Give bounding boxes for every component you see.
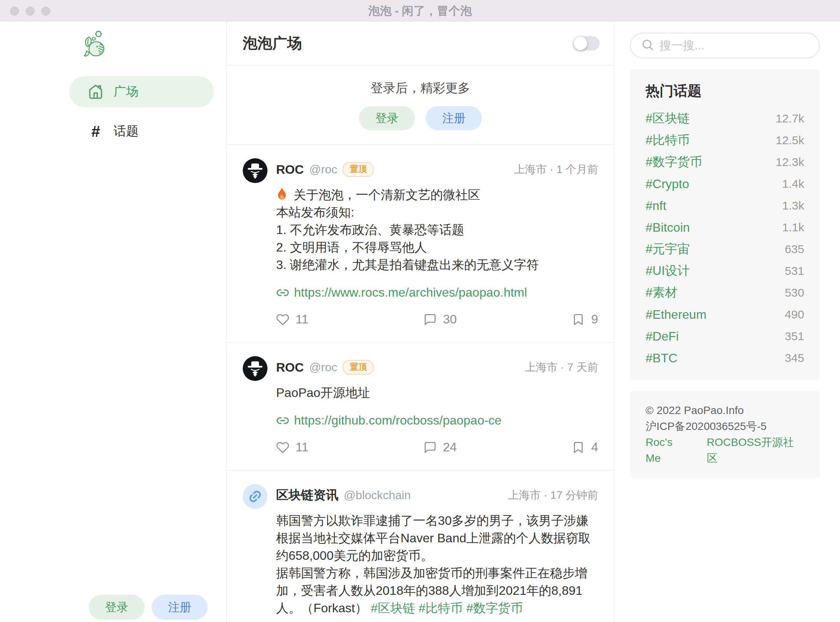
post-stats: 11244: [276, 440, 598, 470]
hashtag-link[interactable]: #区块链: [371, 601, 415, 615]
post-header: ROC@roc置顶上海市 · 7 天前: [276, 356, 598, 379]
footer-link[interactable]: ROCBOSS开源社区: [707, 434, 804, 466]
topic-row: #区块链12.7k: [646, 108, 804, 129]
post: ROC@roc置顶上海市 · 7 天前PaoPao开源地址https://git…: [227, 343, 614, 471]
pinned-badge: 置顶: [343, 162, 374, 176]
post-body: PaoPao开源地址: [276, 384, 598, 402]
link-icon: [276, 414, 289, 427]
topic-row: #元宇宙635: [646, 238, 804, 260]
topic-tag-link[interactable]: #比特币: [646, 132, 690, 149]
topic-tag-link[interactable]: #DeFi: [646, 329, 679, 344]
bookmark-icon: [572, 441, 585, 454]
topic-count: 351: [785, 330, 804, 343]
heart-icon: [276, 313, 289, 326]
comment-icon: [424, 441, 437, 454]
comment-button[interactable]: 24: [424, 440, 457, 454]
post-text: 关于泡泡，一个清新文艺的微社区: [290, 188, 480, 202]
sidebar-item-plaza[interactable]: 广场: [69, 76, 214, 107]
post-external-link[interactable]: https://github.com/rocboss/paopao-ce: [276, 413, 598, 428]
post-author-name[interactable]: 区块链资讯: [276, 487, 338, 504]
post-body: 韩国警方以欺诈罪逮捕了一名30多岁的男子，该男子涉嫌根据当地社交媒体平台Nave…: [276, 512, 598, 617]
topic-tag-link[interactable]: #数字货币: [646, 154, 702, 171]
right-sidebar: 热门话题 #区块链12.7k#比特币12.5k#数字货币12.3k#Crypto…: [614, 22, 840, 622]
topic-tag-link[interactable]: #元宇宙: [646, 241, 690, 258]
sidebar-item-topics[interactable]: # 话题: [69, 116, 214, 147]
post-link-url[interactable]: https://github.com/rocboss/paopao-ce: [294, 413, 502, 428]
post-text: [415, 601, 418, 615]
site-footer: © 2022 PaoPao.Info 沪ICP备2020036525号-5 Ro…: [630, 391, 820, 478]
minimize-window-button[interactable]: [26, 7, 35, 16]
feed-header: 泡泡广场: [227, 22, 614, 66]
icp-number: 沪ICP备2020036525号-5: [646, 418, 804, 434]
search-input[interactable]: [660, 39, 810, 52]
post-meta: 上海市 · 7 天前: [525, 360, 598, 375]
post-text: 韩国警方以欺诈罪逮捕了一名30多岁的男子，该男子涉嫌根据当地社交媒体平台Nave…: [276, 514, 591, 563]
footer-link[interactable]: Roc's Me: [646, 434, 690, 466]
topic-row: #Bitcoin1.1k: [646, 217, 804, 238]
post-author-handle[interactable]: @roc: [309, 163, 337, 176]
paopao-logo whale-logo-icon[interactable]: [81, 30, 109, 59]
link-icon: [276, 286, 289, 299]
login-cta-buttons: 登录 注册: [227, 106, 614, 130]
theme-toggle[interactable]: [573, 36, 600, 51]
topic-tag-link[interactable]: #区块链: [646, 110, 690, 127]
post-stats: 11309: [276, 312, 598, 342]
close-window-button[interactable]: [10, 7, 19, 16]
home-icon: [88, 84, 103, 100]
post-external-link[interactable]: https://www.rocs.me/archives/paopao.html: [276, 285, 598, 300]
roc-avatar[interactable]: [243, 158, 268, 183]
post-header: 区块链资讯@blockchain上海市 · 17 分钟前: [276, 484, 598, 507]
zoom-window-button[interactable]: [41, 7, 50, 16]
topic-count: 12.5k: [776, 134, 804, 147]
post-link-url[interactable]: https://www.rocs.me/archives/paopao.html: [294, 285, 527, 300]
blockchain-avatar[interactable]: [243, 484, 268, 509]
post: ROC@roc置顶上海市 · 1 个月前 关于泡泡，一个清新文艺的微社区本站发布…: [227, 145, 614, 343]
post-meta: 上海市 · 17 分钟前: [508, 488, 598, 503]
post-main: 区块链资讯@blockchain上海市 · 17 分钟前韩国警方以欺诈罪逮捕了一…: [276, 484, 598, 622]
register-button[interactable]: 注册: [152, 595, 208, 620]
traffic-lights: [10, 0, 50, 22]
like-button[interactable]: 11: [276, 440, 308, 454]
post: 区块链资讯@blockchain上海市 · 17 分钟前韩国警方以欺诈罪逮捕了一…: [227, 471, 614, 622]
footer-links: Roc's MeROCBOSS开源社区: [646, 434, 804, 466]
topic-count: 490: [785, 308, 804, 321]
post-main: ROC@roc置顶上海市 · 1 个月前 关于泡泡，一个清新文艺的微社区本站发布…: [276, 158, 598, 342]
sidebar-item-label: 广场: [114, 83, 138, 100]
post-author-handle[interactable]: @blockchain: [344, 489, 411, 502]
topic-tag-link[interactable]: #UI设计: [646, 262, 690, 280]
topic-tag-link[interactable]: #BTC: [646, 351, 677, 365]
hashtag-link[interactable]: #比特币: [418, 601, 463, 615]
login-button[interactable]: 登录: [89, 595, 145, 620]
toggle-knob: [574, 37, 587, 50]
topic-tag-link[interactable]: #Crypto: [646, 177, 689, 191]
search-box[interactable]: [630, 33, 820, 58]
bookmark-button[interactable]: 9: [572, 312, 598, 327]
topic-tag-link[interactable]: #Ethereum: [646, 308, 707, 322]
flame-icon: [276, 187, 288, 201]
like-count: 11: [296, 440, 308, 454]
post-author-name[interactable]: ROC: [276, 162, 304, 177]
topic-tag-link[interactable]: #nft: [646, 199, 666, 213]
cta-login-button[interactable]: 登录: [359, 106, 415, 130]
hashtag-link[interactable]: #数字货币: [466, 601, 523, 615]
bookmark-button[interactable]: 4: [572, 440, 598, 454]
post-author-handle[interactable]: @roc: [309, 361, 337, 374]
roc-avatar[interactable]: [243, 356, 268, 381]
hot-topics-panel: 热门话题 #区块链12.7k#比特币12.5k#数字货币12.3k#Crypto…: [630, 69, 820, 380]
topic-tag-link[interactable]: #Bitcoin: [646, 220, 690, 235]
post-main: ROC@roc置顶上海市 · 7 天前PaoPao开源地址https://git…: [276, 356, 598, 470]
topic-tag-link[interactable]: #素材: [646, 284, 677, 301]
cta-register-button[interactable]: 注册: [426, 106, 482, 130]
topic-count: 1.4k: [782, 177, 804, 190]
like-button[interactable]: 11: [276, 312, 308, 327]
post-body: 关于泡泡，一个清新文艺的微社区本站发布须知:1. 不允许发布政治、黄暴恐等话题2…: [276, 186, 598, 274]
topic-row: #Ethereum490: [646, 304, 804, 325]
comment-button[interactable]: 30: [424, 312, 457, 327]
sidebar-item-label: 话题: [114, 123, 138, 140]
post-text: PaoPao开源地址: [276, 386, 370, 400]
hash-icon: #: [88, 123, 103, 140]
post-author-name[interactable]: ROC: [276, 360, 304, 375]
post-meta: 上海市 · 1 个月前: [514, 162, 598, 177]
left-sidebar: 广场 # 话题 登录 注册: [0, 22, 227, 622]
topic-count: 12.7k: [776, 112, 804, 125]
